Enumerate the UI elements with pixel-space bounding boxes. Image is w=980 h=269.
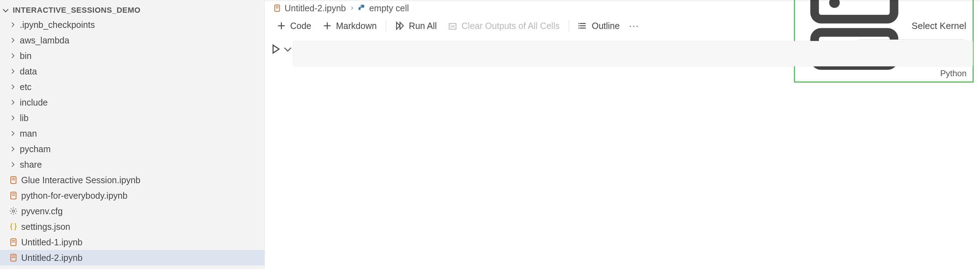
file-label: python-for-everybody.ipynb (21, 191, 127, 201)
chevron-right-icon (9, 161, 16, 168)
outline-icon (578, 21, 587, 30)
clear-outputs-label: Clear Outputs of All Cells (461, 21, 560, 31)
explorer-root[interactable]: INTERACTIVE_SESSIONS_DEMO (0, 3, 264, 17)
file-item[interactable]: Glue Interactive Session.ipynb (0, 172, 264, 188)
file-label: pyvenv.cfg (21, 206, 63, 216)
file-item[interactable]: settings.json (0, 219, 264, 234)
svg-point-18 (579, 23, 580, 24)
folder-item[interactable]: pycham (0, 141, 264, 157)
folder-item[interactable]: bin (0, 48, 264, 64)
notebook-toolbar: Code Markdown Run All Clear Outputs of A… (265, 16, 980, 35)
svg-rect-2 (12, 180, 15, 180)
notebook-icon (9, 253, 18, 262)
file-item[interactable]: python-for-everybody.ipynb (0, 188, 264, 203)
run-all-button[interactable]: Run All (390, 19, 442, 33)
svg-point-6 (12, 210, 15, 213)
add-markdown-label: Markdown (336, 21, 377, 31)
divider (386, 20, 386, 32)
svg-point-20 (579, 27, 580, 29)
folder-label: include (20, 97, 48, 108)
python-icon (358, 4, 366, 12)
folder-item[interactable]: etc (0, 79, 264, 95)
breadcrumb-file-label: Untitled-2.ipynb (285, 3, 346, 13)
chevron-right-icon (9, 99, 16, 106)
svg-rect-1 (12, 178, 15, 178)
cell-code-input[interactable] (293, 41, 973, 66)
folder-item[interactable]: share (0, 157, 264, 172)
file-label: Untitled-2.ipynb (21, 253, 83, 263)
braces-icon (9, 223, 18, 231)
svg-rect-12 (12, 257, 15, 258)
chevron-right-icon (9, 115, 16, 121)
outline-button[interactable]: Outline (573, 19, 625, 33)
folder-item[interactable]: aws_lambda (0, 32, 264, 48)
svg-rect-21 (815, 0, 894, 19)
chevron-right-icon (9, 21, 16, 28)
breadcrumb-file[interactable]: Untitled-2.ipynb (273, 3, 346, 13)
svg-point-16 (360, 5, 361, 6)
chevron-right-icon (9, 130, 16, 137)
clear-icon (448, 21, 457, 30)
folder-item[interactable]: include (0, 95, 264, 110)
folder-label: etc (20, 82, 32, 92)
notebook-icon (9, 191, 18, 200)
svg-rect-8 (12, 240, 15, 241)
folder-item[interactable]: data (0, 64, 264, 79)
play-icon (270, 44, 281, 54)
notebook-icon (273, 4, 281, 12)
svg-rect-5 (12, 195, 15, 196)
folder-item[interactable]: .ipynb_checkpoints (0, 17, 264, 32)
select-kernel-label: Select Kernel (912, 21, 966, 32)
notebook-editor: Untitled-2.ipynb empty cell Code Markdow… (265, 0, 980, 269)
folder-label: lib (20, 113, 29, 123)
chevron-right-icon (9, 145, 16, 153)
folder-item[interactable]: lib (0, 110, 264, 126)
chevron-right-icon (9, 37, 16, 44)
svg-rect-9 (12, 242, 15, 242)
divider (569, 20, 569, 32)
folder-label: pycham (20, 144, 51, 154)
cell-language-label[interactable]: Python (293, 66, 973, 78)
explorer-root-label: INTERACTIVE_SESSIONS_DEMO (13, 6, 140, 15)
notebook-icon (9, 176, 18, 184)
file-label: settings.json (21, 222, 70, 232)
svg-rect-15 (276, 8, 278, 8)
add-code-label: Code (290, 21, 311, 31)
folder-label: data (20, 66, 37, 76)
run-all-icon (395, 21, 404, 30)
file-explorer: INTERACTIVE_SESSIONS_DEMO .ipynb_checkpo… (0, 0, 265, 269)
breadcrumb-cell[interactable]: empty cell (358, 3, 409, 13)
run-all-label: Run All (409, 21, 437, 31)
svg-rect-14 (276, 6, 278, 7)
plus-icon (277, 21, 286, 30)
svg-rect-4 (12, 193, 15, 194)
chevron-down-icon (2, 6, 10, 14)
notebook-cell: Python (265, 35, 980, 78)
file-item[interactable]: pyvenv.cfg (0, 203, 264, 219)
chevron-right-icon (9, 68, 16, 75)
svg-rect-11 (12, 256, 15, 256)
cell-run-gutter[interactable] (270, 41, 293, 54)
folder-label: share (20, 159, 42, 170)
gear-icon (9, 207, 18, 215)
breadcrumb-cell-label: empty cell (369, 3, 409, 13)
chevron-right-icon (9, 52, 16, 59)
outline-label: Outline (592, 21, 620, 31)
notebook-icon (9, 238, 18, 247)
add-markdown-button[interactable]: Markdown (317, 19, 382, 33)
plus-icon (323, 21, 332, 30)
file-label: Untitled-1.ipynb (21, 237, 83, 247)
chevron-right-icon (9, 83, 16, 91)
folder-item[interactable]: man (0, 126, 264, 141)
svg-point-19 (579, 25, 580, 26)
file-item[interactable]: Untitled-2.ipynb (0, 250, 264, 266)
clear-outputs-button[interactable]: Clear Outputs of All Cells (442, 19, 565, 33)
more-actions-button[interactable]: ··· (625, 20, 643, 32)
chevron-right-icon (350, 6, 355, 11)
folder-label: .ipynb_checkpoints (20, 20, 95, 30)
add-code-button[interactable]: Code (271, 19, 317, 33)
folder-label: bin (20, 51, 32, 61)
chevron-down-icon (282, 44, 293, 54)
file-label: Glue Interactive Session.ipynb (21, 175, 140, 185)
file-item[interactable]: Untitled-1.ipynb (0, 234, 264, 250)
